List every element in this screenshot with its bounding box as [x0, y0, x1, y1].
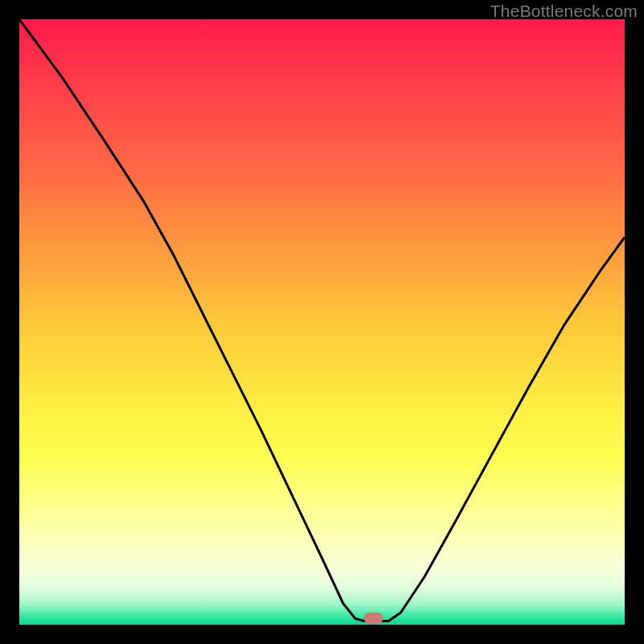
optimal-marker: [364, 613, 383, 624]
bottleneck-curve: [19, 19, 625, 625]
plot-area: [19, 19, 625, 625]
watermark-text: TheBottleneck.com: [490, 2, 638, 21]
